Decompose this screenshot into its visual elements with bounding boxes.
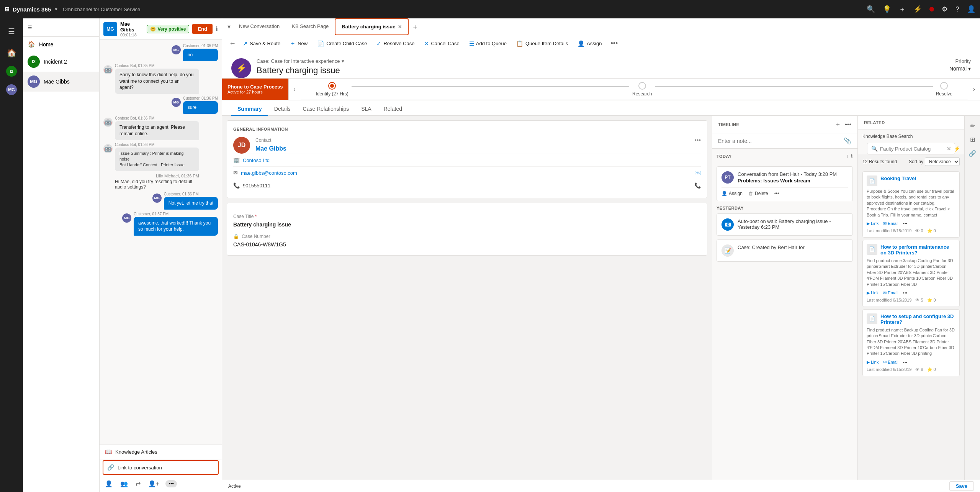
queue-item-details-button[interactable]: 📋 Queue Item Details	[512, 35, 573, 52]
filter-icon[interactable]: ⚡	[913, 5, 922, 13]
cancel-case-button[interactable]: ✕ Cancel Case	[419, 35, 464, 52]
knowledge-articles-action[interactable]: 📖 Knowledge Articles	[100, 444, 222, 459]
phone-call-icon[interactable]: 📞	[694, 182, 701, 189]
tab-case-relationships[interactable]: Case Relationships	[297, 103, 355, 116]
toolbar-more-button[interactable]: •••	[607, 39, 622, 48]
kb-article-1-email[interactable]: ✉ Email	[883, 221, 898, 226]
tab-battery-charging[interactable]: Battery charging issue ✕	[335, 18, 408, 35]
rp-link-icon[interactable]: 🔗	[966, 147, 978, 159]
right-panel-side-icons: ✏ ⊞ 🔗	[964, 116, 980, 480]
kb-article-3-email[interactable]: ✉ Email	[883, 360, 898, 365]
kb-article-1-more[interactable]: •••	[903, 221, 908, 226]
kb-article-1-title[interactable]: Booking Travel	[880, 175, 955, 181]
rp-edit-icon[interactable]: ✏	[966, 120, 978, 132]
app-logo[interactable]: ⊞ Dynamics 365 ▼	[5, 6, 58, 13]
contact-more-icon[interactable]: •••	[694, 137, 701, 144]
home-icon: 🏠	[7, 48, 16, 57]
chat-more-button[interactable]: •••	[165, 480, 177, 487]
timeline-attach-icon[interactable]: 📎	[844, 137, 851, 144]
tab-new-conversation[interactable]: New Conversation	[233, 18, 286, 35]
assign-action[interactable]: 👤 Assign	[722, 191, 743, 196]
kb-search-input[interactable]	[880, 146, 944, 152]
chat-header: MG Mae Gibbs 00:01:18 😊 Very positive En…	[100, 18, 222, 40]
contact-company-row: 🏢 Contoso Ltd	[233, 154, 701, 166]
sidebar-item-incident2[interactable]: I2	[3, 63, 20, 80]
kb-clear-icon[interactable]: ✕	[947, 146, 951, 152]
timeline-entry-1: PT Conversation from Bert Hair - Today 3…	[717, 166, 853, 201]
assign-label: Assign	[587, 41, 602, 46]
customer-avatar-8: MG	[122, 213, 131, 223]
kb-filter-icon[interactable]: ⚡	[954, 146, 960, 152]
menu-toggle[interactable]: ☰	[3, 23, 20, 40]
profile-icon[interactable]: 👤	[967, 5, 975, 13]
tab-add-button[interactable]: ＋	[409, 22, 422, 31]
end-button[interactable]: End	[192, 24, 213, 34]
tab-kb-search[interactable]: KB Search Page	[286, 18, 335, 35]
kb-sort-label: Sort by	[909, 159, 923, 164]
process-next-button[interactable]: ›	[968, 79, 980, 100]
sidebar-item-maegibbs[interactable]: MG	[3, 81, 20, 98]
create-child-button[interactable]: 📄 Create Child Case	[312, 35, 372, 52]
chat-people-icon[interactable]: 👥	[119, 479, 129, 489]
timeline-more-icon[interactable]: •••	[845, 121, 851, 128]
contact-company[interactable]: Contoso Ltd	[243, 157, 270, 163]
tab-related[interactable]: Related	[378, 103, 408, 116]
lightbulb-icon[interactable]: 💡	[883, 5, 891, 13]
chat-message-8: Customer, 01:37 PM awesome, that worked!…	[103, 212, 218, 236]
session-item-home[interactable]: 🏠 Home	[23, 37, 99, 52]
session-item-maegibbs[interactable]: MG Mae Gibbs	[23, 72, 99, 92]
incident2-avatar: I2	[28, 56, 40, 68]
tab-sla[interactable]: SLA	[355, 103, 377, 116]
kb-sort-select[interactable]: Relevance Date Title	[925, 157, 960, 166]
msg-bubble-1: no	[183, 49, 218, 61]
entry-more-action[interactable]: •••	[774, 191, 779, 196]
tab-overflow-left[interactable]: ▾	[225, 23, 233, 30]
save-route-button[interactable]: ↗ Save & Route	[238, 35, 285, 52]
add-to-queue-button[interactable]: ☰ Add to Queue	[465, 35, 512, 52]
kb-article-2-email[interactable]: ✉ Email	[883, 290, 898, 295]
kb-article-2-title[interactable]: How to perform maintenance on 3D Printer…	[880, 244, 955, 256]
search-icon[interactable]: 🔍	[867, 5, 875, 13]
chat-info-icon[interactable]: ℹ	[216, 25, 218, 33]
add-icon[interactable]: ＋	[899, 5, 906, 14]
timeline-sort[interactable]: ↓ ℹ	[846, 153, 853, 159]
required-indicator: *	[255, 214, 257, 219]
email-send-icon[interactable]: 📧	[694, 170, 701, 176]
contact-email[interactable]: mae.gibbs@contoso.com	[241, 170, 297, 176]
timeline-note-input[interactable]	[718, 138, 841, 144]
process-prev-button[interactable]: ‹	[288, 79, 301, 100]
tab-close-icon[interactable]: ✕	[398, 24, 402, 30]
kb-article-1-header: 📄 Booking Travel	[867, 175, 955, 186]
chat-agent-icon[interactable]: 👤	[103, 479, 114, 489]
contact-name[interactable]: Mae Gibbs	[255, 145, 701, 152]
chat-add-person-icon[interactable]: 👤+	[147, 479, 161, 489]
timeline-entry-3: 📝 Case: Created by Bert Hair for	[717, 239, 853, 262]
kb-article-3-link[interactable]: ▶ Link	[867, 360, 879, 365]
tab-details[interactable]: Details	[268, 103, 297, 116]
kb-article-2-more[interactable]: •••	[903, 290, 908, 295]
new-button[interactable]: ＋ New	[285, 35, 312, 52]
link-to-conversation-action[interactable]: 🔗 Link to conversation	[103, 460, 219, 475]
settings-icon[interactable]: ⚙	[942, 5, 948, 13]
save-button[interactable]: Save	[949, 481, 974, 491]
help-icon[interactable]: ?	[955, 5, 959, 13]
session-item-incident2[interactable]: I2 Incident 2	[23, 52, 99, 72]
chat-swap-icon[interactable]: ⇄	[134, 479, 142, 489]
assign-button[interactable]: 👤 Assign	[573, 35, 607, 52]
delete-action[interactable]: 🗑 Delete	[749, 191, 768, 196]
status-text: Active	[228, 484, 241, 489]
phone-icon: 📞	[233, 182, 240, 189]
back-button[interactable]: ←	[227, 39, 238, 48]
kb-article-1-body: Purpose & Scope You can use our travel p…	[867, 189, 955, 218]
rp-grid-icon[interactable]: ⊞	[966, 133, 978, 146]
sidebar-item-home[interactable]: 🏠	[3, 44, 20, 61]
tab-summary[interactable]: Summary	[231, 103, 268, 116]
kb-article-3-more[interactable]: •••	[903, 360, 908, 364]
step-resolve-label: Resolve	[936, 91, 952, 97]
kb-article-2-link[interactable]: ▶ Link	[867, 290, 879, 295]
kb-article-1-link[interactable]: ▶ Link	[867, 221, 879, 226]
resolve-case-button[interactable]: ✓ Resolve Case	[372, 35, 419, 52]
msg-bubble-7: Not yet, let me try that	[164, 197, 218, 210]
kb-article-3-title[interactable]: How to setup and configure 3D Printers?	[880, 313, 955, 325]
timeline-add-icon[interactable]: ＋	[835, 120, 841, 128]
